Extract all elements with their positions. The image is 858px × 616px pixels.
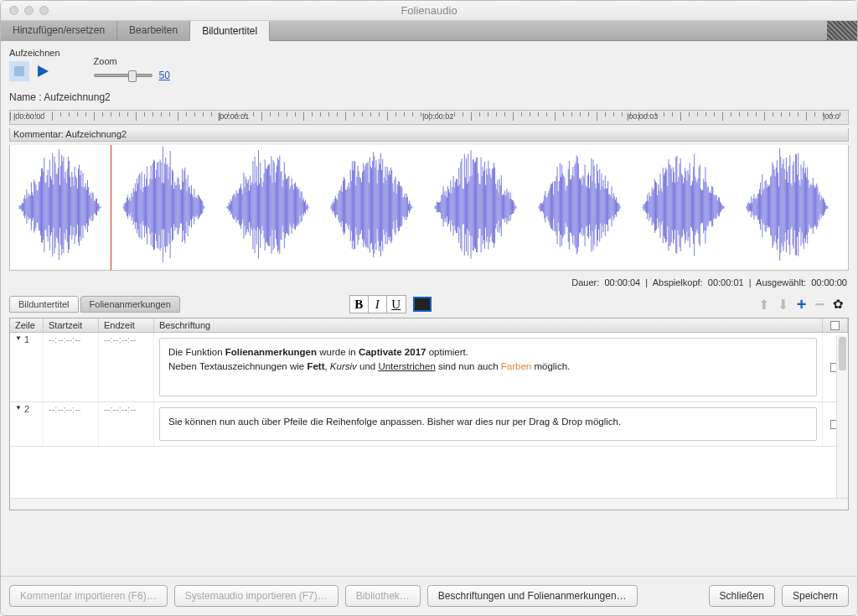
row-start[interactable]: --:--:--:-- xyxy=(44,333,99,401)
zoom-value[interactable]: 50 xyxy=(159,70,170,81)
timeline-ruler[interactable]: |00:00:00 |00:00:01 |00:00:02 |00:00:03 … xyxy=(9,110,849,125)
window-title: Folienaudio xyxy=(1,4,857,17)
remove-row-icon[interactable]: − xyxy=(814,295,824,314)
table-row[interactable]: ▼2 --:--:--:-- --:--:--:-- Sie können nu… xyxy=(10,402,848,447)
note-editor[interactable]: Die Funktion Folienanmerkungen wurde in … xyxy=(159,338,817,396)
col-beschr[interactable]: Beschriftung xyxy=(154,318,823,332)
disclosure-icon[interactable]: ▼ xyxy=(15,404,22,412)
tab-add-replace[interactable]: Hinzufügen/ersetzen xyxy=(1,21,117,41)
selected-label: Ausgewählt: xyxy=(756,277,806,287)
format-group: B I U xyxy=(349,295,406,313)
playhead-value: 00:00:01 xyxy=(708,277,744,287)
import-systemaudio-button[interactable]: Systemaudio importieren (F7)… xyxy=(174,585,339,607)
waveform-area[interactable] xyxy=(9,145,849,271)
zoom-slider[interactable] xyxy=(94,74,152,77)
captions-notes-button[interactable]: Beschriftungen und Folienanmerkungen… xyxy=(427,585,638,607)
move-down-icon[interactable]: ⬇ xyxy=(778,297,788,313)
record-button[interactable] xyxy=(9,61,29,81)
record-group: Aufzeichnen xyxy=(9,48,60,81)
play-button[interactable] xyxy=(33,61,53,81)
svg-rect-0 xyxy=(14,66,24,76)
playhead-indicator[interactable] xyxy=(111,145,111,270)
svg-marker-1 xyxy=(38,65,49,77)
library-button[interactable]: Bibliothek… xyxy=(345,585,421,607)
import-comment-button[interactable]: Kommentar importieren (F6)… xyxy=(9,585,168,607)
notes-table: Zeile Startzeit Endzeit Beschriftung ▼1 … xyxy=(9,318,849,510)
save-button[interactable]: Speichern xyxy=(782,585,849,607)
col-end[interactable]: Endzeit xyxy=(99,318,154,332)
row-end[interactable]: --:--:--:-- xyxy=(99,333,154,401)
header-checkbox[interactable] xyxy=(830,321,840,330)
subtab-captions[interactable]: Bilduntertitel xyxy=(9,296,79,313)
subtab-slide-notes[interactable]: Folienanmerkungen xyxy=(80,296,180,313)
footer-bar: Kommentar importieren (F6)… Systemaudio … xyxy=(1,576,857,615)
scrollbar-thumb[interactable] xyxy=(839,337,846,370)
table-row[interactable]: ▼1 --:--:--:-- --:--:--:-- Die Funktion … xyxy=(10,333,848,402)
row-number: 2 xyxy=(24,404,29,414)
duration-value: 00:00:04 xyxy=(604,277,640,287)
monitor-icon[interactable] xyxy=(413,297,432,312)
move-up-icon[interactable]: ⬆ xyxy=(758,297,769,313)
col-zeile[interactable]: Zeile xyxy=(10,318,44,332)
gear-icon[interactable]: ✿ xyxy=(833,297,844,312)
tab-edit[interactable]: Bearbeiten xyxy=(117,21,190,41)
name-row: Name : Aufzeichnung2 xyxy=(9,91,849,103)
zoom-slider-thumb[interactable] xyxy=(128,70,137,82)
horizontal-scrollbar[interactable] xyxy=(10,498,848,510)
tab-captions[interactable]: Bilduntertitel xyxy=(190,21,270,41)
window-titlebar: Folienaudio xyxy=(1,1,857,21)
ruler-tick-3: |00:00:03 xyxy=(627,112,658,121)
comment-track-label: Kommentar: Aufzeichnung2 xyxy=(9,128,849,142)
close-button[interactable]: Schließen xyxy=(709,585,775,607)
table-header: Zeile Startzeit Endzeit Beschriftung xyxy=(10,318,848,333)
italic-button[interactable]: I xyxy=(369,296,387,313)
note-editor[interactable]: Sie können nun auch über Pfeile die Reih… xyxy=(159,407,817,441)
underline-button[interactable]: U xyxy=(387,296,406,313)
col-start[interactable]: Startzeit xyxy=(44,318,99,332)
name-value: Aufzeichnung2 xyxy=(44,91,110,103)
row-number: 1 xyxy=(24,334,29,344)
row-start[interactable]: --:--:--:-- xyxy=(44,402,99,446)
selected-value: 00:00:00 xyxy=(811,277,847,287)
name-label: Name : xyxy=(9,91,42,103)
tabstrip-grip xyxy=(827,21,857,40)
bold-button[interactable]: B xyxy=(350,296,369,313)
col-checkbox[interactable] xyxy=(823,318,848,332)
status-row: Dauer: 00:00:04 | Abspielkopf: 00:00:01 … xyxy=(9,274,849,291)
duration-label: Dauer: xyxy=(571,277,599,287)
add-row-icon[interactable]: + xyxy=(797,295,807,314)
disclosure-icon[interactable]: ▼ xyxy=(15,334,22,342)
playhead-label: Abspielkopf: xyxy=(653,277,703,287)
row-end[interactable]: --:--:--:-- xyxy=(99,402,154,446)
vertical-scrollbar[interactable] xyxy=(836,335,848,498)
main-tabstrip: Hinzufügen/ersetzen Bearbeiten Bildunter… xyxy=(1,21,857,41)
record-label: Aufzeichnen xyxy=(9,48,60,58)
table-body: ▼1 --:--:--:-- --:--:--:-- Die Funktion … xyxy=(10,333,848,498)
zoom-group: Zoom 50 xyxy=(94,56,170,81)
zoom-label: Zoom xyxy=(94,56,170,66)
